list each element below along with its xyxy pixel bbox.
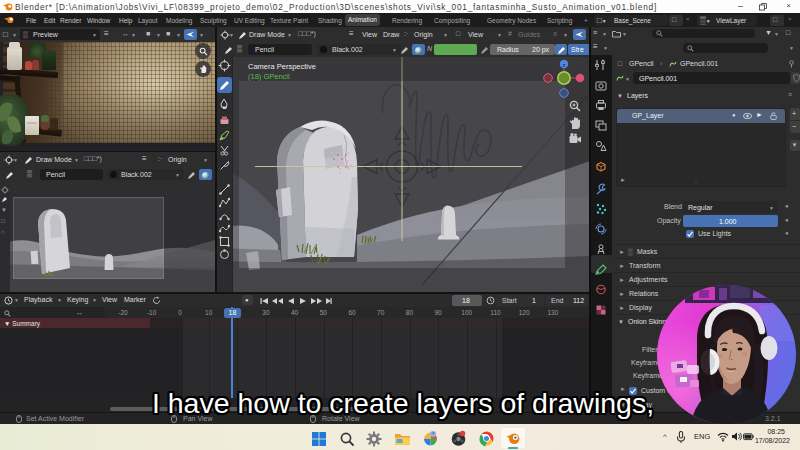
svg-text:z: z bbox=[563, 62, 566, 68]
